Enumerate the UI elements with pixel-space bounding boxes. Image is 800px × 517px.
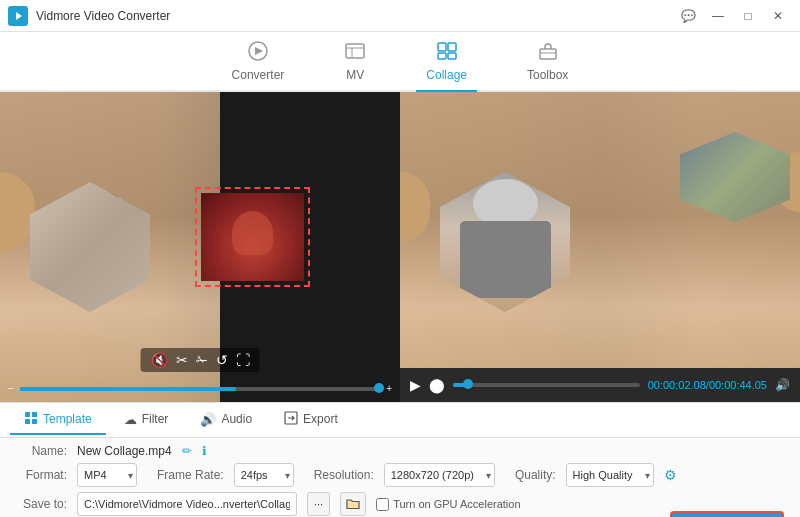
tab-mv[interactable]: MV (334, 35, 376, 92)
progress-minus-left[interactable]: − (8, 383, 14, 394)
progress-area-left: − + (8, 383, 392, 394)
framerate-label: Frame Rate: (157, 468, 224, 482)
tab-converter[interactable]: Converter (222, 35, 295, 92)
right-playback-bar: ▶ ⬤ 00:00:02.08/00:00:44.05 🔊 (400, 368, 800, 402)
format-select[interactable]: MP4 (77, 463, 137, 487)
rotate-icon-left[interactable]: ↺ (216, 352, 228, 368)
saveto-path-input[interactable] (77, 492, 297, 516)
open-folder-button[interactable] (340, 492, 366, 516)
quality-select-wrap: High Quality (566, 463, 654, 487)
start-export-button[interactable]: Start Export (670, 511, 784, 517)
left-video-panel: ✛ 🔇 ✂ ✁ ↺ ⛶ − + (0, 92, 400, 402)
settings-row-format: Format: MP4 Frame Rate: 24fps Resolution… (12, 463, 788, 487)
stop-button-right[interactable]: ⬤ (429, 377, 445, 393)
gpu-acceleration-wrap: Turn on GPU Acceleration (376, 498, 520, 511)
progress-bar-left[interactable] (20, 387, 380, 391)
framerate-select-wrap: 24fps (234, 463, 294, 487)
framerate-select[interactable]: 24fps (234, 463, 294, 487)
fullscreen-icon-left[interactable]: ⛶ (236, 352, 250, 368)
resolution-label: Resolution: (314, 468, 374, 482)
toolbar-tab-template[interactable]: Template (10, 406, 106, 435)
svg-rect-5 (438, 43, 446, 51)
svg-marker-3 (255, 47, 263, 55)
right-video-panel: ▶ ⬤ 00:00:02.08/00:00:44.05 🔊 (400, 92, 800, 402)
mv-icon (344, 41, 366, 66)
svg-rect-6 (448, 43, 456, 51)
browse-button[interactable]: ··· (307, 492, 330, 516)
quality-select[interactable]: High Quality (566, 463, 654, 487)
nav-bar: Converter MV Collage (0, 32, 800, 92)
progress-fill-left (20, 387, 236, 391)
svg-rect-13 (25, 419, 30, 424)
edit-name-icon[interactable]: ✏ (182, 444, 192, 458)
tab-collage[interactable]: Collage (416, 35, 477, 92)
toolbar-tab-export[interactable]: Export (270, 406, 352, 435)
template-tab-icon (24, 411, 38, 428)
info-icon[interactable]: ℹ (202, 444, 207, 458)
scissors-icon-left[interactable]: ✁ (196, 352, 208, 368)
audio-tab-icon: 🔊 (200, 412, 216, 427)
filter-tab-icon: ☁ (124, 412, 137, 427)
minimize-button[interactable]: — (704, 6, 732, 26)
progress-plus-left[interactable]: + (386, 383, 392, 394)
name-value: New Collage.mp4 (77, 444, 172, 458)
app-icon (8, 6, 28, 26)
svg-rect-7 (438, 53, 446, 59)
svg-rect-4 (346, 44, 364, 58)
toolbar-tab-audio[interactable]: 🔊 Audio (186, 407, 266, 434)
quality-gear-icon[interactable]: ⚙ (664, 467, 677, 483)
volume-icon-right[interactable]: 🔊 (775, 378, 790, 392)
saveto-label: Save to: (12, 497, 67, 511)
toolbar-tabs: Template ☁ Filter 🔊 Audio Export (0, 402, 800, 438)
export-tab-icon (284, 411, 298, 428)
time-display: 00:00:02.08/00:00:44.05 (648, 379, 767, 391)
app-title: Vidmore Video Converter (36, 9, 674, 23)
progress-dot-left (374, 383, 384, 393)
name-label: Name: (12, 444, 67, 458)
play-button-right[interactable]: ▶ (410, 377, 421, 393)
main-area: ✛ 🔇 ✂ ✁ ↺ ⛶ − + (0, 92, 800, 402)
collage-icon (436, 41, 458, 66)
settings-row-name: Name: New Collage.mp4 ✏ ℹ (12, 444, 788, 458)
mute-icon-left[interactable]: 🔇 (151, 352, 168, 368)
maximize-button[interactable]: □ (734, 6, 762, 26)
window-controls: 💬 — □ ✕ (674, 6, 792, 26)
cut-icon-left[interactable]: ✂ (176, 352, 188, 368)
svg-rect-14 (32, 419, 37, 424)
progress-bar-right[interactable] (453, 383, 640, 387)
settings-panel: Name: New Collage.mp4 ✏ ℹ Format: MP4 Fr… (0, 438, 800, 517)
bottom-section: Template ☁ Filter 🔊 Audio Export Name: N… (0, 402, 800, 517)
format-label: Format: (12, 468, 67, 482)
video-controls-left: 🔇 ✂ ✁ ↺ ⛶ (141, 348, 260, 372)
message-button[interactable]: 💬 (674, 6, 702, 26)
resolution-select[interactable]: 1280x720 (720p) (384, 463, 495, 487)
svg-rect-12 (32, 412, 37, 417)
svg-rect-8 (448, 53, 456, 59)
svg-rect-9 (540, 49, 556, 59)
close-button[interactable]: ✕ (764, 6, 792, 26)
converter-icon (247, 41, 269, 66)
progress-dot-right (463, 379, 473, 389)
toolbox-icon (537, 41, 559, 66)
tab-toolbox[interactable]: Toolbox (517, 35, 578, 92)
gpu-label: Turn on GPU Acceleration (393, 498, 520, 510)
resolution-select-wrap: 1280x720 (720p) (384, 463, 495, 487)
title-bar: Vidmore Video Converter 💬 — □ ✕ (0, 0, 800, 32)
gpu-checkbox[interactable] (376, 498, 389, 511)
quality-label: Quality: (515, 468, 556, 482)
svg-rect-11 (25, 412, 30, 417)
selection-box[interactable]: ✛ (195, 187, 310, 287)
toolbar-tab-filter[interactable]: ☁ Filter (110, 407, 183, 434)
format-select-wrap: MP4 (77, 463, 137, 487)
